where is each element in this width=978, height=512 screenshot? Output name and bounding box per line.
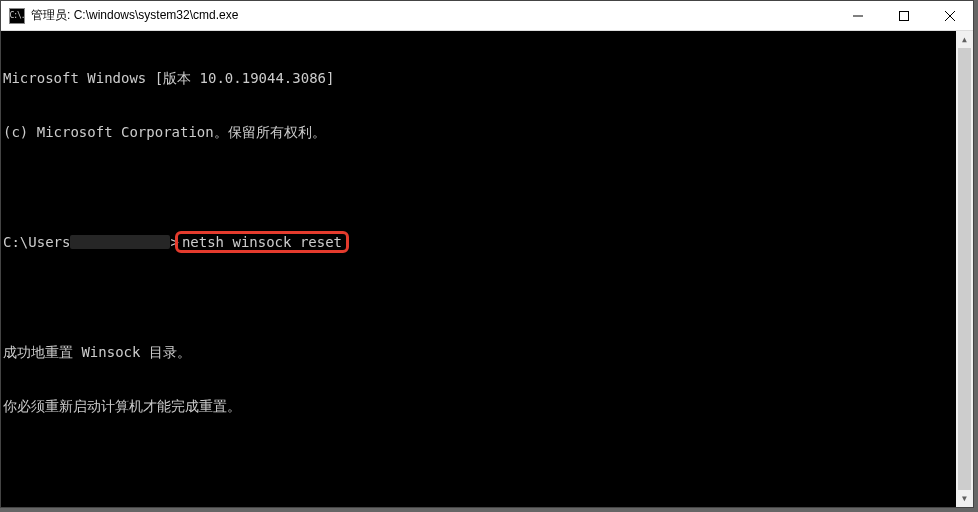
maximize-button[interactable] bbox=[881, 1, 927, 30]
svg-rect-1 bbox=[900, 11, 909, 20]
window-title: 管理员: C:\windows\system32\cmd.exe bbox=[31, 7, 835, 24]
prompt-line-1: C:\Users>netsh winsock reset bbox=[3, 231, 973, 253]
close-button[interactable] bbox=[927, 1, 973, 30]
titlebar[interactable]: C:\. 管理员: C:\windows\system32\cmd.exe bbox=[1, 1, 973, 31]
version-line: Microsoft Windows [版本 10.0.19044.3086] bbox=[3, 69, 973, 87]
blank-line bbox=[3, 289, 973, 307]
minimize-button[interactable] bbox=[835, 1, 881, 30]
scroll-down-button[interactable]: ▼ bbox=[956, 490, 973, 507]
cmd-icon: C:\. bbox=[9, 8, 25, 24]
blank-line bbox=[3, 505, 973, 507]
scrollbar[interactable]: ▲ ▼ bbox=[956, 31, 973, 507]
command-text: netsh winsock reset bbox=[182, 234, 342, 250]
terminal-area[interactable]: Microsoft Windows [版本 10.0.19044.3086] (… bbox=[1, 31, 973, 507]
result-line-2: 你必须重新启动计算机才能完成重置。 bbox=[3, 397, 973, 415]
scroll-track[interactable] bbox=[956, 48, 973, 490]
blank-line bbox=[3, 451, 973, 469]
highlighted-command: netsh winsock reset bbox=[175, 231, 349, 253]
copyright-line: (c) Microsoft Corporation。保留所有权利。 bbox=[3, 123, 973, 141]
prompt-prefix: C:\Users bbox=[3, 234, 70, 250]
result-line-1: 成功地重置 Winsock 目录。 bbox=[3, 343, 973, 361]
redacted-username bbox=[70, 235, 170, 249]
scroll-up-button[interactable]: ▲ bbox=[956, 31, 973, 48]
cmd-window: C:\. 管理员: C:\windows\system32\cmd.exe Mi… bbox=[0, 0, 974, 508]
blank-line bbox=[3, 177, 973, 195]
scroll-thumb[interactable] bbox=[958, 48, 971, 490]
window-controls bbox=[835, 1, 973, 30]
